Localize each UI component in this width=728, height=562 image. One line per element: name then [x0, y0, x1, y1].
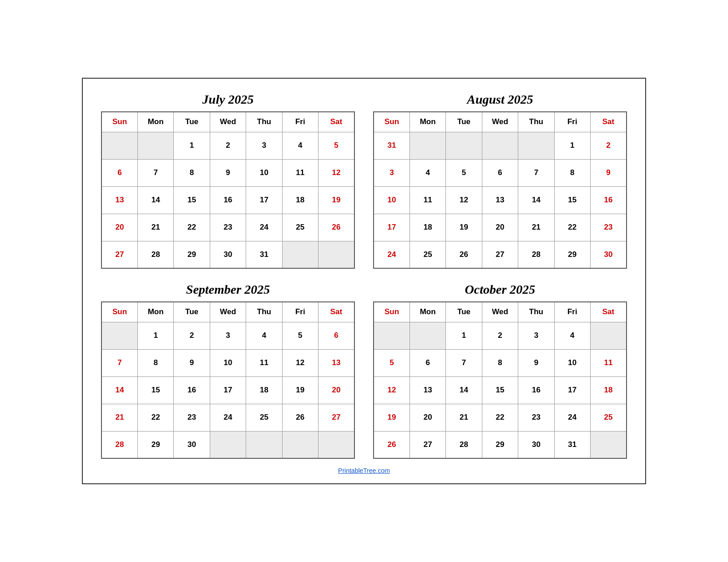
calendar-day: 14: [137, 186, 173, 214]
header-wed: Wed: [482, 112, 518, 132]
calendar-day: 3: [246, 132, 282, 159]
calendar-day: 20: [482, 214, 518, 241]
calendar-day: 24: [554, 404, 590, 431]
calendar-day: 4: [410, 159, 445, 186]
calendar-day: 9: [210, 159, 246, 186]
header-mon: Mon: [410, 302, 445, 322]
calendar-day: 15: [137, 376, 173, 404]
calendar-day: 25: [282, 214, 318, 241]
calendar-day: [318, 431, 354, 458]
calendar-day: 20: [101, 214, 137, 241]
calendar-day: 22: [174, 214, 210, 241]
header-tue: Tue: [174, 112, 210, 132]
calendar-day: 1: [446, 322, 482, 349]
calendar-day: 12: [374, 376, 410, 404]
header-thu: Thu: [246, 302, 282, 322]
calendar-day: 27: [482, 241, 518, 268]
header-fri: Fri: [554, 302, 590, 322]
footer[interactable]: PrintableTree.com: [101, 467, 627, 474]
calendar-day: 20: [318, 376, 354, 404]
calendar-day: 29: [174, 241, 210, 268]
calendar-day: 22: [137, 404, 173, 431]
calendar-day: 13: [410, 376, 445, 404]
calendar-day: 10: [210, 349, 246, 376]
header-wed: Wed: [482, 302, 518, 322]
calendar-day: [482, 132, 518, 159]
header-tue: Tue: [446, 302, 482, 322]
calendar-day: 2: [591, 132, 627, 159]
header-sat: Sat: [318, 112, 354, 132]
calendar-day: 16: [518, 376, 554, 404]
calendar-day: 22: [554, 214, 590, 241]
calendar-day: 9: [518, 349, 554, 376]
calendar-day: 5: [446, 159, 482, 186]
calendar-day: 14: [101, 376, 137, 404]
calendar-day: 28: [518, 241, 554, 268]
calendar-table-august-2025: SunMonTueWedThuFriSat3112345678910111213…: [373, 111, 627, 269]
calendar-day: 8: [554, 159, 590, 186]
calendar-day: [518, 132, 554, 159]
calendar-day: 12: [446, 186, 482, 214]
calendar-day: 18: [591, 376, 627, 404]
footer-link[interactable]: PrintableTree.com: [338, 467, 390, 474]
calendar-day: 22: [482, 404, 518, 431]
calendar-day: 24: [374, 241, 410, 268]
calendar-title-august-2025: August 2025: [467, 92, 533, 107]
calendar-day: [410, 132, 445, 159]
page: July 2025SunMonTueWedThuFriSat1234567891…: [82, 78, 646, 484]
calendar-day: 25: [246, 404, 282, 431]
calendar-day: 7: [518, 159, 554, 186]
calendar-day: 23: [210, 214, 246, 241]
calendar-day: 26: [446, 241, 482, 268]
calendar-day: [446, 132, 482, 159]
header-tue: Tue: [446, 112, 482, 132]
calendar-day: 8: [174, 159, 210, 186]
calendar-september-2025: September 2025SunMonTueWedThuFriSat12345…: [101, 282, 355, 459]
header-fri: Fri: [554, 112, 590, 132]
header-fri: Fri: [282, 302, 318, 322]
calendar-day: 8: [137, 349, 173, 376]
calendar-day: 6: [101, 159, 137, 186]
calendar-day: 29: [554, 241, 590, 268]
calendar-day: 24: [210, 404, 246, 431]
calendar-day: 9: [174, 349, 210, 376]
calendar-day: 17: [210, 376, 246, 404]
calendar-day: [246, 431, 282, 458]
calendar-day: 11: [246, 349, 282, 376]
calendar-day: 15: [174, 186, 210, 214]
calendar-day: 21: [101, 404, 137, 431]
header-mon: Mon: [137, 112, 173, 132]
calendar-day: 27: [318, 404, 354, 431]
calendar-day: 6: [318, 322, 354, 349]
calendar-day: 18: [410, 214, 445, 241]
calendar-day: [591, 431, 627, 458]
calendar-day: 2: [210, 132, 246, 159]
calendar-august-2025: August 2025SunMonTueWedThuFriSat31123456…: [373, 92, 627, 269]
calendar-day: [318, 241, 354, 268]
calendar-day: 25: [410, 241, 445, 268]
calendar-day: [101, 132, 137, 159]
calendar-day: 1: [174, 132, 210, 159]
calendar-day: 31: [374, 132, 410, 159]
calendar-day: 25: [591, 404, 627, 431]
header-sat: Sat: [591, 302, 627, 322]
header-thu: Thu: [518, 302, 554, 322]
calendar-day: 8: [482, 349, 518, 376]
calendar-day: 20: [410, 404, 445, 431]
calendar-day: 15: [482, 376, 518, 404]
calendar-table-september-2025: SunMonTueWedThuFriSat1234567891011121314…: [101, 301, 355, 459]
calendar-day: 10: [554, 349, 590, 376]
calendar-day: 30: [210, 241, 246, 268]
calendar-day: 17: [554, 376, 590, 404]
calendar-day: 10: [246, 159, 282, 186]
calendar-day: 26: [374, 431, 410, 458]
header-sun: Sun: [374, 302, 410, 322]
calendar-day: 18: [246, 376, 282, 404]
calendar-day: 7: [101, 349, 137, 376]
calendar-day: 16: [210, 186, 246, 214]
calendar-title-september-2025: September 2025: [186, 282, 270, 297]
calendar-table-october-2025: SunMonTueWedThuFriSat1234567891011121314…: [373, 301, 627, 459]
calendar-day: 21: [518, 214, 554, 241]
calendar-day: 18: [282, 186, 318, 214]
calendar-day: 13: [318, 349, 354, 376]
